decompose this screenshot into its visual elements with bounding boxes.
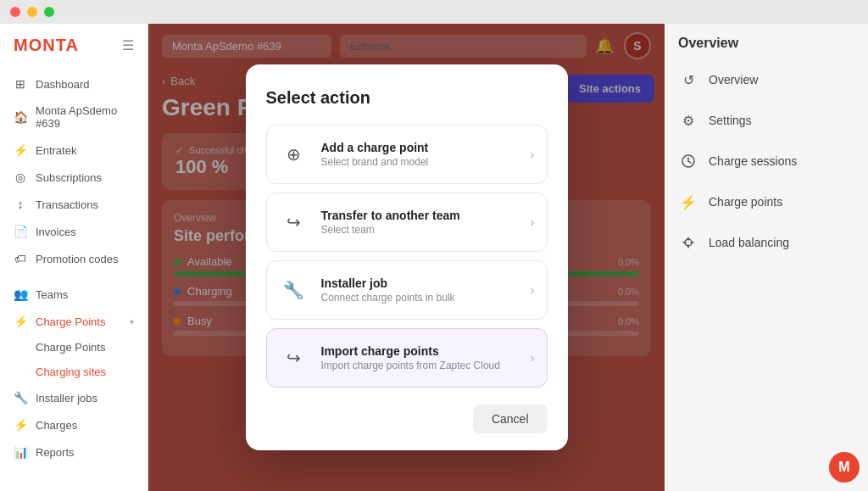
bolt-icon-entratek: ⚡ [14, 143, 27, 157]
sidebar-item-transactions[interactable]: ↕ Transactions [0, 191, 147, 218]
bottom-fab[interactable]: M [829, 452, 860, 483]
load-balancing-icon [678, 232, 698, 253]
maximize-dot[interactable] [44, 7, 54, 17]
minimize-dot[interactable] [27, 7, 37, 17]
chevron-right-icon-2: › [531, 283, 535, 297]
sidebar-item-entratek[interactable]: ⚡ Entratek [0, 137, 147, 164]
sidebar-item-reports[interactable]: 📊 Reports [0, 438, 147, 466]
close-dot[interactable] [10, 7, 20, 17]
import-title: Import charge points [321, 344, 519, 358]
sidebar-item-monta-apsdemo[interactable]: 🏠 Monta ApSdemo #639 [0, 98, 147, 137]
right-sidebar-item-charge-sessions[interactable]: Charge sessions [665, 141, 868, 181]
charge-points-icon: ⚡ [14, 315, 27, 328]
sidebar-item-subscriptions[interactable]: ◎ Subscriptions [0, 164, 147, 191]
modal-option-add-charge-point[interactable]: ⊕ Add a charge point Select brand and mo… [266, 125, 548, 184]
sidebar-subitem-charging-sites[interactable]: Charging sites [0, 360, 147, 384]
right-sidebar: Overview ↺ Overview ⚙ Settings Charge se… [665, 24, 868, 491]
hamburger-icon[interactable]: ☰ [122, 37, 134, 53]
right-sidebar-item-settings[interactable]: ⚙ Settings [665, 100, 868, 141]
transfer-team-title: Transfer to another team [321, 209, 519, 222]
cancel-button[interactable]: Cancel [473, 405, 548, 433]
sidebar-logo-area: MONTA ☰ [0, 24, 147, 67]
modal-title: Select action [266, 88, 548, 108]
tag-icon: 🏷 [14, 252, 27, 265]
sidebar: MONTA ☰ ⊞ Dashboard 🏠 Monta ApSdemo #639… [0, 24, 148, 491]
right-sidebar-item-overview[interactable]: ↺ Overview [665, 59, 868, 100]
chevron-right-icon-0: › [531, 148, 535, 161]
installer-job-content: Installer job Connect charge points in b… [321, 276, 519, 304]
reports-icon: 📊 [14, 445, 27, 459]
modal-option-import-charge-points[interactable]: ↪ Import charge points Import charge poi… [266, 328, 548, 388]
import-subtitle: Import charge points from Zaptec Cloud [321, 360, 519, 371]
installer-job-subtitle: Connect charge points in bulk [321, 292, 519, 304]
charge-points-r-icon: ⚡ [678, 192, 698, 212]
import-icon: ↪ [279, 343, 309, 373]
transfer-icon: ↪ [279, 207, 309, 237]
modal-option-installer-job[interactable]: 🔧 Installer job Connect charge points in… [266, 260, 548, 320]
modal: Select action ⊕ Add a charge point Selec… [246, 64, 568, 450]
sidebar-item-teams[interactable]: 👥 Teams [0, 281, 147, 308]
charges-icon: ⚡ [14, 418, 27, 432]
installer-icon: 🔧 [279, 275, 309, 305]
settings-icon: ⚙ [678, 110, 698, 131]
sidebar-item-invoices[interactable]: 📄 Invoices [0, 218, 147, 245]
sidebar-nav: ⊞ Dashboard 🏠 Monta ApSdemo #639 ⚡ Entra… [0, 67, 147, 491]
add-charge-point-content: Add a charge point Select brand and mode… [321, 141, 519, 168]
modal-option-transfer-team[interactable]: ↪ Transfer to another team Select team › [266, 192, 548, 252]
sidebar-item-promotion-codes[interactable]: 🏷 Promotion codes [0, 245, 147, 272]
wrench-icon: 🔧 [14, 391, 27, 405]
add-charge-point-icon: ⊕ [279, 139, 309, 170]
window-chrome [0, 0, 868, 24]
teams-icon: 👥 [14, 287, 27, 301]
right-sidebar-item-charge-points-r[interactable]: ⚡ Charge points [665, 181, 868, 222]
chevron-down-icon: ▾ [130, 317, 134, 326]
app-container: MONTA ☰ ⊞ Dashboard 🏠 Monta ApSdemo #639… [0, 24, 868, 491]
chevron-right-icon-1: › [531, 215, 535, 229]
invoice-icon: 📄 [14, 225, 27, 238]
dashboard-icon: ⊞ [14, 77, 27, 91]
import-content: Import charge points Import charge point… [321, 344, 519, 371]
installer-job-title: Installer job [321, 276, 519, 290]
arrows-icon: ↕ [14, 198, 27, 211]
sidebar-item-charge-points[interactable]: ⚡ Charge Points ▾ [0, 308, 147, 335]
transfer-team-content: Transfer to another team Select team [321, 209, 519, 236]
add-charge-point-subtitle: Select brand and model [321, 156, 519, 168]
sidebar-item-installer-jobs[interactable]: 🔧 Installer jobs [0, 384, 147, 411]
chevron-right-icon-3: › [531, 351, 535, 365]
circle-icon: ◎ [14, 170, 27, 184]
overview-icon: ↺ [678, 70, 698, 90]
logo-text: MONTA [14, 36, 79, 55]
sidebar-item-dashboard[interactable]: ⊞ Dashboard [0, 70, 147, 98]
modal-overlay: Select action ⊕ Add a charge point Selec… [148, 24, 665, 491]
home-icon: 🏠 [14, 110, 27, 124]
transfer-team-subtitle: Select team [321, 224, 519, 236]
charge-sessions-icon [678, 151, 698, 171]
add-charge-point-title: Add a charge point [321, 141, 519, 154]
sidebar-subitem-charge-points[interactable]: Charge Points [0, 335, 147, 360]
main-content: 🔔 S ‹ Back Green Pla... ✓ Successful cha… [148, 24, 665, 491]
right-sidebar-item-load-balancing[interactable]: Load balancing [665, 222, 868, 263]
right-sidebar-header: Overview [665, 24, 868, 59]
sidebar-item-charges[interactable]: ⚡ Charges [0, 411, 147, 438]
modal-footer: Cancel [266, 396, 548, 433]
